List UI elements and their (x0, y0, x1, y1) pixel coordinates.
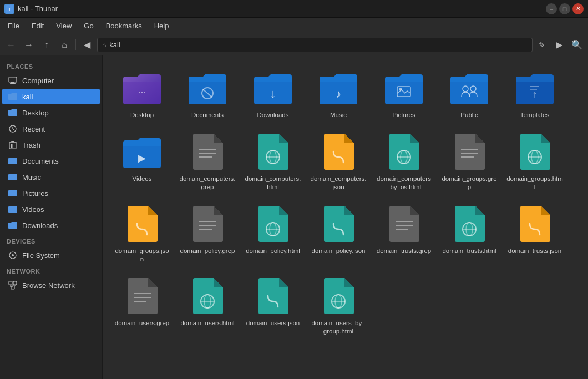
templates-folder-icon-large: ↑ (515, 69, 554, 108)
file-item-public[interactable]: Public (439, 64, 500, 124)
sidebar: Places Computer kali Desktop (0, 55, 103, 379)
close-button[interactable]: ✕ (572, 3, 584, 14)
file-item-domain-groups-grep[interactable]: domain_groups.grep (439, 128, 500, 196)
videos-folder-label: Videos (133, 175, 152, 183)
svg-text:♪: ♪ (336, 88, 341, 100)
music-folder-label: Music (330, 111, 347, 119)
templates-folder-label: Templates (520, 111, 549, 119)
file-item-domain-computers-grep[interactable]: domain_computers.grep (177, 128, 238, 196)
address-edit-button[interactable]: ✎ (535, 38, 549, 52)
sidebar-item-videos[interactable]: Videos (2, 201, 100, 217)
file-item-domain-policy-grep[interactable]: domain_policy.grep (177, 200, 238, 268)
up-button[interactable]: ↑ (39, 37, 54, 53)
search-button[interactable]: 🔍 (569, 37, 585, 53)
menu-bookmarks[interactable]: Bookmarks (100, 19, 148, 32)
music-folder-icon (8, 172, 18, 182)
file-item-domain-groups-html[interactable]: domain_groups.html (504, 128, 565, 196)
sidebar-item-music-label: Music (22, 173, 94, 181)
file-item-domain-trusts-grep[interactable]: domain_trusts.grep (373, 200, 434, 268)
sidebar-item-trash[interactable]: Trash (2, 137, 100, 153)
svg-point-13 (12, 254, 14, 256)
svg-rect-3 (11, 82, 14, 83)
nav-right-button[interactable]: ▶ (551, 37, 567, 53)
file-item-domain-users-json[interactable]: domain_users.json (242, 272, 303, 340)
file-item-downloads[interactable]: ↓ Downloads (242, 64, 303, 124)
sidebar-item-downloads[interactable]: Downloads (2, 218, 100, 233)
file-item-domain-groups-json[interactable]: domain_groups.json (111, 200, 173, 268)
file-item-domain-policy-html[interactable]: domain_policy.html (242, 200, 303, 268)
address-text: kali (109, 41, 120, 49)
places-header: Places (0, 59, 102, 72)
nav-left-button[interactable]: ◀ (79, 37, 95, 53)
address-bar: ⌂ kali (97, 38, 533, 52)
sidebar-item-documents-label: Documents (22, 157, 94, 165)
file-item-desktop[interactable]: ··· Desktop (111, 64, 173, 124)
computer-icon (8, 75, 18, 85)
sidebar-item-recent[interactable]: Recent (2, 121, 100, 137)
svg-rect-14 (9, 281, 12, 285)
file-item-domain-computers-os-html[interactable]: domain_computers_by_os.html (373, 128, 434, 196)
domain-computers-html-icon (254, 133, 292, 171)
domain-policy-json-label: domain_policy.json (312, 247, 366, 255)
domain-trusts-grep-label: domain_trusts.grep (377, 247, 431, 255)
forward-button[interactable]: → (21, 37, 37, 53)
videos-folder-icon-large: ▶ (123, 133, 161, 171)
sidebar-item-documents[interactable]: Documents (2, 153, 100, 169)
file-item-music[interactable]: ♪ Music (308, 64, 369, 124)
filesystem-icon (8, 250, 18, 260)
sidebar-item-pictures[interactable]: Pictures (2, 185, 100, 201)
file-item-videos[interactable]: ▶ Videos (111, 128, 173, 196)
sidebar-item-filesystem[interactable]: File System (2, 247, 100, 263)
domain-computers-json-icon (319, 133, 358, 171)
pictures-folder-label: Pictures (392, 111, 415, 119)
menu-help[interactable]: Help (149, 19, 175, 32)
domain-policy-grep-icon (188, 205, 227, 244)
titlebar: T kali - Thunar – □ ✕ (0, 0, 588, 18)
maximize-button[interactable]: □ (559, 3, 570, 14)
sidebar-item-browse-network[interactable]: Browse Network (2, 277, 100, 293)
sidebar-item-music[interactable]: Music (2, 169, 100, 185)
documents-folder-label: Documents (191, 111, 224, 119)
file-item-domain-computers-html[interactable]: domain_computers.html (242, 128, 303, 196)
file-item-domain-users-group-html[interactable]: domain_users_by_group.html (308, 272, 369, 340)
sidebar-item-kali[interactable]: kali (2, 89, 100, 104)
public-folder-label: Public (460, 111, 478, 119)
svg-rect-8 (11, 141, 14, 142)
svg-text:▶: ▶ (138, 153, 146, 164)
file-item-domain-users-html[interactable]: domain_users.html (177, 272, 238, 340)
menubar: File Edit View Go Bookmarks Help (0, 18, 588, 34)
domain-trusts-html-icon (450, 205, 489, 244)
sidebar-item-recent-label: Recent (22, 125, 94, 133)
menu-edit[interactable]: Edit (26, 19, 49, 32)
svg-rect-16 (11, 286, 14, 289)
domain-trusts-grep-icon (384, 205, 423, 244)
downloads-folder-icon (8, 220, 18, 230)
kali-folder-icon (8, 92, 18, 102)
devices-header: Devices (0, 234, 102, 247)
file-item-documents[interactable]: Documents (177, 64, 238, 124)
pictures-folder-icon (8, 188, 18, 198)
file-item-domain-trusts-json[interactable]: domain_trusts.json (504, 200, 565, 268)
file-item-domain-trusts-html[interactable]: domain_trusts.html (439, 200, 500, 268)
domain-users-group-html-label: domain_users_by_group.html (310, 319, 367, 336)
file-item-domain-computers-json[interactable]: domain_computers.json (308, 128, 369, 196)
domain-users-grep-icon (123, 277, 161, 316)
sidebar-item-computer[interactable]: Computer (2, 73, 100, 88)
desktop-folder-icon (8, 108, 18, 118)
back-button[interactable]: ← (3, 37, 19, 53)
file-item-templates[interactable]: ↑ Templates (504, 64, 565, 124)
menu-view[interactable]: View (50, 19, 77, 32)
domain-users-json-icon (254, 277, 292, 316)
file-item-pictures[interactable]: Pictures (373, 64, 434, 124)
domain-computers-grep-label: domain_computers.grep (179, 175, 236, 191)
menu-file[interactable]: File (2, 19, 25, 32)
svg-text:···: ··· (138, 87, 146, 98)
file-grid: ··· Desktop Documents (111, 64, 579, 340)
menu-go[interactable]: Go (78, 19, 99, 32)
sidebar-item-desktop[interactable]: Desktop (2, 105, 100, 120)
minimize-button[interactable]: – (546, 3, 557, 14)
domain-trusts-html-label: domain_trusts.html (442, 247, 496, 255)
file-item-domain-policy-json[interactable]: domain_policy.json (308, 200, 369, 268)
home-button[interactable]: ⌂ (57, 37, 72, 53)
file-item-domain-users-grep[interactable]: domain_users.grep (111, 272, 173, 340)
